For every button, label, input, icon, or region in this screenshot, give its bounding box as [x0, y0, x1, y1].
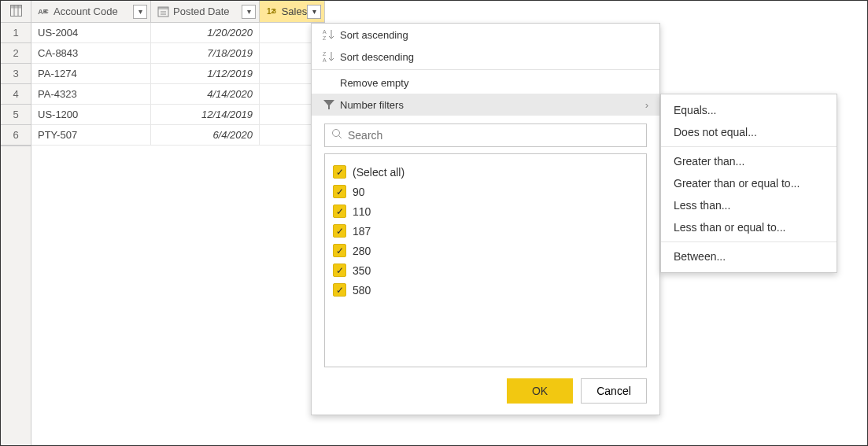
column-label: Sales — [280, 6, 308, 17]
sort-descending-item[interactable]: ZA Sort descending — [312, 46, 659, 68]
row-gutter-empty — [1, 146, 31, 445]
cell-posted-date[interactable]: 4/14/2020 — [151, 84, 260, 105]
column-header-account-code[interactable]: ABC Account Code ▾ — [31, 1, 151, 23]
cell-posted-date[interactable]: 1/12/2019 — [151, 64, 260, 84]
value-label: 110 — [353, 205, 371, 218]
lte-item[interactable]: Less than or equal to... — [661, 216, 837, 238]
row-number[interactable]: 3 — [1, 64, 31, 84]
svg-point-15 — [333, 130, 340, 137]
cell-account-code[interactable]: US-2004 — [31, 23, 151, 43]
menu-label: Remove empty — [340, 77, 408, 89]
does-not-equal-item[interactable]: Does not equal... — [661, 121, 837, 143]
row-number[interactable]: 2 — [1, 43, 31, 64]
row-number[interactable]: 1 — [1, 23, 31, 43]
number-type-icon: 123 — [263, 7, 280, 16]
number-filters-item[interactable]: Number filters › — [312, 94, 659, 116]
filter-value-item[interactable]: ✓90 — [333, 182, 638, 201]
checkbox-checked-icon[interactable]: ✓ — [333, 165, 346, 179]
svg-text:Z: Z — [323, 35, 327, 41]
less-than-item[interactable]: Less than... — [661, 194, 837, 216]
search-wrap — [312, 116, 659, 153]
filter-value-item[interactable]: ✓187 — [333, 221, 638, 241]
sort-asc-icon: AZ — [323, 28, 340, 41]
svg-rect-1 — [10, 5, 21, 8]
text-type-icon: ABC — [35, 8, 52, 16]
svg-text:A: A — [323, 57, 327, 63]
column-dropdown-button[interactable]: ▾ — [242, 5, 256, 19]
column-header-sales[interactable]: 123 Sales ▾ — [260, 1, 325, 23]
filter-value-item[interactable]: ✓110 — [333, 201, 638, 221]
svg-rect-5 — [158, 7, 168, 9]
date-type-icon — [154, 6, 172, 17]
cell-account-code[interactable]: US-1200 — [31, 105, 151, 125]
search-icon — [331, 128, 343, 142]
filter-value-item[interactable]: ✓580 — [333, 280, 638, 300]
table-icon — [10, 5, 22, 19]
menu-separator — [661, 146, 837, 147]
number-filters-submenu: Equals... Does not equal... Greater than… — [660, 94, 837, 273]
column-dropdown-button[interactable]: ▾ — [133, 5, 147, 19]
value-label: 90 — [353, 186, 365, 198]
cell-account-code[interactable]: PA-4323 — [31, 84, 151, 105]
checkbox-checked-icon[interactable]: ✓ — [333, 264, 346, 277]
cancel-button[interactable]: Cancel — [581, 378, 647, 404]
menu-label: Sort ascending — [340, 29, 408, 41]
row-number[interactable]: 4 — [1, 84, 31, 105]
value-label: 580 — [353, 284, 371, 297]
column-dropdown-button[interactable]: ▾ — [307, 5, 321, 19]
menu-label: Number filters — [340, 99, 404, 111]
menu-label: Sort descending — [340, 51, 414, 63]
cell-posted-date[interactable]: 12/14/2019 — [151, 105, 260, 125]
chevron-right-icon: › — [645, 99, 648, 111]
search-input[interactable] — [348, 129, 640, 142]
value-label: (Select all) — [353, 166, 404, 179]
equals-item[interactable]: Equals... — [661, 99, 837, 121]
button-row: OK Cancel — [312, 367, 659, 404]
cell-posted-date[interactable]: 7/18/2019 — [151, 43, 260, 64]
filter-value-item[interactable]: ✓280 — [333, 241, 638, 260]
row-number[interactable]: 5 — [1, 105, 31, 125]
row-number[interactable]: 6 — [1, 125, 31, 146]
svg-marker-14 — [323, 100, 334, 109]
cell-account-code[interactable]: CA-8843 — [31, 43, 151, 64]
svg-text:A: A — [323, 29, 327, 35]
value-label: 350 — [353, 264, 371, 277]
greater-than-item[interactable]: Greater than... — [661, 150, 837, 172]
column-label: Account Code — [52, 6, 133, 17]
gte-item[interactable]: Greater than or equal to... — [661, 172, 837, 194]
svg-line-16 — [339, 136, 342, 139]
cell-account-code[interactable]: PTY-507 — [31, 125, 151, 146]
checkbox-checked-icon[interactable]: ✓ — [333, 283, 346, 297]
filter-value-item[interactable]: ✓350 — [333, 260, 638, 280]
select-all-corner[interactable] — [1, 1, 31, 23]
checkbox-checked-icon[interactable]: ✓ — [333, 244, 346, 257]
sort-ascending-item[interactable]: AZ Sort ascending — [312, 24, 659, 46]
filter-icon — [323, 98, 340, 111]
column-label: Posted Date — [172, 6, 242, 17]
filter-values-list: ✓ (Select all) ✓90✓110✓187✓280✓350✓580 — [324, 153, 647, 367]
sort-desc-icon: ZA — [323, 50, 340, 63]
checkbox-checked-icon[interactable]: ✓ — [333, 205, 346, 218]
select-all-item[interactable]: ✓ (Select all) — [333, 162, 638, 182]
cell-posted-date[interactable]: 6/4/2020 — [151, 125, 260, 146]
column-header-row: ABC Account Code ▾ Posted Date ▾ 123 Sal… — [1, 1, 867, 23]
column-header-posted-date[interactable]: Posted Date ▾ — [151, 1, 260, 23]
menu-separator — [661, 241, 837, 242]
search-box[interactable] — [324, 123, 647, 147]
cell-account-code[interactable]: PA-1274 — [31, 64, 151, 84]
ok-button[interactable]: OK — [507, 378, 573, 404]
between-item[interactable]: Between... — [661, 245, 837, 267]
column-filter-menu: AZ Sort ascending ZA Sort descending Rem… — [311, 23, 660, 415]
remove-empty-item[interactable]: Remove empty — [312, 72, 659, 94]
value-label: 280 — [353, 245, 371, 257]
checkbox-checked-icon[interactable]: ✓ — [333, 224, 346, 238]
checkbox-checked-icon[interactable]: ✓ — [333, 185, 346, 198]
cell-posted-date[interactable]: 1/20/2020 — [151, 23, 260, 43]
menu-separator — [312, 69, 659, 70]
value-label: 187 — [353, 225, 371, 238]
svg-text:Z: Z — [323, 51, 327, 57]
